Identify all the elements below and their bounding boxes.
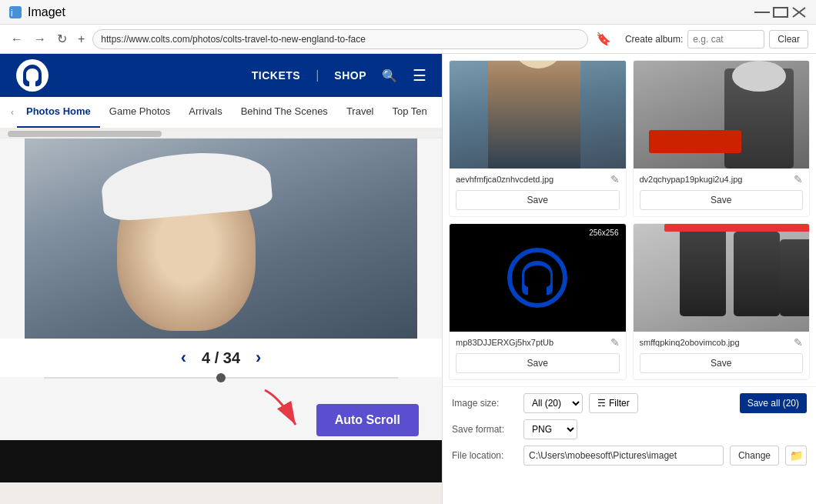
tickets-nav[interactable]: TICKETS: [252, 69, 300, 82]
site-header: TICKETS | SHOP 🔍 ☰: [0, 54, 442, 97]
save-button-2[interactable]: Save: [640, 190, 804, 210]
image-thumb-1: 1280x720: [450, 61, 626, 169]
photo-navigation: ‹ 4 / 34 ›: [0, 339, 442, 377]
images-grid: 1280x720 aevhfmfjca0znhvcdetd.jpg ✎ Save: [443, 54, 816, 386]
filter-button[interactable]: ☴ Filter: [589, 393, 638, 413]
minimize-icon[interactable]: [754, 7, 770, 18]
save-format-label: Save format:: [452, 424, 517, 435]
svg-text:i: i: [11, 8, 13, 18]
svg-rect-3: [774, 8, 788, 17]
image-card-2: 1280x720 dv2qchypap19pkugi2u4.jpg ✎ Save: [633, 60, 811, 217]
bookmark-icon[interactable]: 🔖: [593, 30, 614, 48]
image-footer-2: dv2qchypap19pkugi2u4.jpg ✎: [634, 169, 810, 190]
image-size-label: Image size:: [452, 398, 517, 409]
create-album-input[interactable]: [687, 30, 764, 48]
photo-main: [25, 139, 417, 339]
save-format-row: Save format: PNG JPG WEBP: [452, 419, 807, 439]
save-all-button[interactable]: Save all (20): [740, 393, 807, 413]
app-title: Imaget: [28, 5, 65, 19]
image-filename-4: smffqpkinq2obovimcob.jpg: [640, 338, 791, 347]
file-location-label: File location:: [452, 450, 517, 461]
new-tab-button[interactable]: +: [75, 31, 88, 48]
menu-button[interactable]: ☰: [413, 66, 426, 85]
site-nav: TICKETS | SHOP 🔍 ☰: [252, 66, 426, 85]
photo-viewer: ‹ 4 / 34 › Auto Sc: [0, 139, 442, 482]
create-album-section: Create album: Clear: [625, 30, 808, 48]
folder-icon-button[interactable]: 📁: [785, 446, 807, 466]
image-footer-3: mp83DJJERXGj5hx7ptUb ✎: [450, 332, 626, 353]
image-footer-1: aevhfmfjca0znhvcdetd.jpg ✎: [450, 169, 626, 190]
svg-point-6: [16, 59, 48, 92]
save-button-4[interactable]: Save: [640, 353, 804, 373]
back-button[interactable]: ←: [8, 31, 26, 48]
app-icon: i: [9, 6, 22, 18]
bottom-strip: [0, 440, 442, 482]
tab-game-photos[interactable]: Game Photos: [100, 97, 180, 129]
image-card-1: 1280x720 aevhfmfjca0znhvcdetd.jpg ✎ Save: [449, 60, 627, 217]
image-footer-4: smffqpkinq2obovimcob.jpg ✎: [634, 332, 810, 353]
browser-nav: ← → ↻ + 🔖 Create album: Clear: [0, 25, 816, 54]
image-filename-2: dv2qchypap19pkugi2u4.jpg: [640, 175, 791, 184]
edit-icon-2[interactable]: ✎: [794, 173, 803, 185]
file-location-row: File location: Change 📁: [452, 446, 807, 466]
image-size-row: Image size: All (20) Small Medium Large …: [452, 393, 807, 413]
image-thumb-4: 1280x720: [634, 224, 810, 332]
controls-section: Image size: All (20) Small Medium Large …: [443, 386, 816, 472]
clear-button[interactable]: Clear: [769, 30, 808, 48]
right-panel: 1280x720 aevhfmfjca0znhvcdetd.jpg ✎ Save: [443, 54, 816, 504]
edit-icon-4[interactable]: ✎: [794, 336, 803, 349]
save-button-3[interactable]: Save: [456, 353, 620, 373]
colts-horseshoe-logo: [507, 247, 568, 309]
photo-counter: 4 / 34: [202, 349, 240, 367]
filter-icon: ☴: [597, 398, 606, 409]
prev-photo-button[interactable]: ‹: [181, 348, 186, 368]
next-photo-button[interactable]: ›: [256, 348, 261, 368]
site-tabs: ‹ Photos Home Game Photos Arrivals Behin…: [0, 97, 442, 129]
address-bar[interactable]: [92, 29, 588, 49]
image-dim-3: 256x256: [585, 227, 622, 239]
folder-icon: 📁: [790, 449, 803, 462]
file-location-input[interactable]: [523, 446, 724, 466]
tab-top-ten[interactable]: Top Ten: [383, 97, 436, 129]
image-filename-3: mp83DJJERXGj5hx7ptUb: [456, 338, 607, 347]
window-controls: [754, 7, 807, 18]
change-button[interactable]: Change: [730, 446, 779, 466]
website-panel: TICKETS | SHOP 🔍 ☰ ‹ Photos Home Game Ph…: [0, 54, 443, 504]
edit-icon-1[interactable]: ✎: [610, 173, 620, 185]
colts-logo: [15, 58, 49, 92]
photo-image: [25, 139, 417, 339]
image-size-select[interactable]: All (20) Small Medium Large: [523, 393, 583, 413]
tab-travel[interactable]: Travel: [337, 97, 383, 129]
auto-scroll-button[interactable]: Auto Scroll: [316, 404, 419, 436]
search-button[interactable]: 🔍: [382, 68, 397, 83]
close-icon[interactable]: [791, 7, 807, 18]
tab-arrivals[interactable]: Arrivals: [179, 97, 231, 129]
scrollbar-track[interactable]: [0, 131, 442, 137]
save-button-1[interactable]: Save: [456, 190, 620, 210]
title-bar: i Imaget: [0, 0, 816, 25]
nav-divider: |: [316, 68, 319, 82]
image-thumb-2: 1280x720: [634, 61, 810, 169]
main-container: TICKETS | SHOP 🔍 ☰ ‹ Photos Home Game Ph…: [0, 54, 816, 504]
refresh-button[interactable]: ↻: [54, 30, 70, 48]
filter-label: Filter: [609, 398, 630, 409]
image-card-3: 256x256 mp83DJJERXGj5hx7ptUb ✎ Save: [449, 223, 627, 380]
arrow-annotation: [249, 382, 311, 436]
image-card-4: 1280x720 smffqpkinq2obovimcob.jpg ✎ Save: [633, 223, 811, 380]
edit-icon-3[interactable]: ✎: [610, 336, 620, 349]
image-thumb-3: 256x256: [450, 224, 626, 332]
svg-rect-2: [754, 12, 770, 13]
save-format-select[interactable]: PNG JPG WEBP: [523, 419, 577, 439]
tab-practice[interactable]: Prac: [436, 97, 442, 129]
svg-point-8: [510, 250, 565, 305]
tab-scroll-left[interactable]: ‹: [8, 107, 17, 118]
shop-nav[interactable]: SHOP: [334, 69, 366, 82]
tab-behind-scenes[interactable]: Behind The Scenes: [232, 97, 337, 129]
create-album-label: Create album:: [625, 34, 683, 45]
scrollbar-thumb[interactable]: [8, 131, 162, 137]
image-filename-1: aevhfmfjca0znhvcdetd.jpg: [456, 175, 607, 184]
restore-icon[interactable]: [773, 7, 788, 18]
tab-photos-home[interactable]: Photos Home: [17, 97, 100, 129]
forward-button[interactable]: →: [31, 31, 49, 48]
